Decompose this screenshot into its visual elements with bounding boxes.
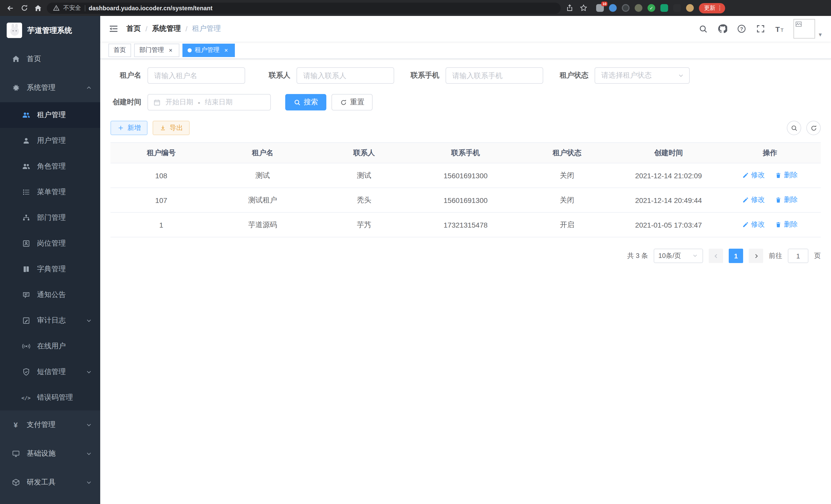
- security-label[interactable]: 不安全: [63, 4, 81, 12]
- home-icon[interactable]: [33, 3, 43, 13]
- next-page-button[interactable]: [749, 249, 763, 263]
- status-select[interactable]: 请选择租户状态: [595, 67, 690, 84]
- cell-created: 2021-12-14 21:02:09: [618, 163, 719, 188]
- date-range-picker[interactable]: 开始日期 - 结束日期: [147, 94, 271, 111]
- gear-icon: [11, 84, 20, 92]
- table-tools: [787, 121, 821, 135]
- tab-tenant[interactable]: 租户管理 ×: [182, 43, 235, 57]
- yen-icon: ¥: [11, 420, 20, 429]
- export-button[interactable]: 导出: [153, 121, 190, 135]
- page-size-select[interactable]: 10条/页: [654, 249, 703, 263]
- sidebar-item-devtools[interactable]: 研发工具: [0, 468, 100, 497]
- contact-input[interactable]: [296, 67, 394, 84]
- extension-icon[interactable]: ✓: [648, 4, 655, 12]
- browser-chrome: 不安全 dashboard.yudao.iocoder.cn/system/te…: [0, 0, 831, 16]
- col-tenant-id: 租户编号: [111, 143, 212, 163]
- delete-button[interactable]: 删除: [775, 220, 798, 229]
- extension-icon[interactable]: [609, 4, 617, 12]
- add-button[interactable]: 新增: [111, 121, 147, 135]
- delete-button[interactable]: 删除: [775, 196, 798, 205]
- omnibox-divider: [85, 5, 85, 11]
- sidebar-item-notice[interactable]: 通知公告: [0, 282, 100, 308]
- back-icon[interactable]: [5, 3, 16, 13]
- logo-image: [7, 23, 22, 38]
- share-icon[interactable]: [564, 3, 575, 13]
- sidebar-item-label: 用户管理: [37, 136, 66, 145]
- sidebar-item-system[interactable]: 系统管理: [0, 73, 100, 102]
- sidebar-item-role[interactable]: 角色管理: [0, 154, 100, 179]
- breadcrumb-home[interactable]: 首页: [126, 24, 141, 33]
- sidebar-item-error-code[interactable]: </> 错误码管理: [0, 385, 100, 411]
- reset-button[interactable]: 重置: [332, 94, 373, 111]
- reload-icon[interactable]: [19, 3, 29, 13]
- address-bar[interactable]: 不安全 dashboard.yudao.iocoder.cn/system/te…: [47, 2, 561, 13]
- sidebar-item-label: 研发工具: [27, 478, 56, 487]
- add-button-label: 新增: [127, 123, 141, 132]
- tenant-name-input[interactable]: [147, 67, 245, 84]
- header-search-icon[interactable]: [698, 24, 708, 34]
- url-text[interactable]: dashboard.yudao.iocoder.cn/system/tenant: [89, 5, 212, 11]
- cell-status: 关闭: [516, 188, 618, 212]
- fullscreen-icon[interactable]: [755, 24, 765, 34]
- font-size-icon[interactable]: TT: [774, 24, 784, 34]
- edit-square-icon: [22, 316, 30, 325]
- mobile-input[interactable]: [446, 67, 543, 84]
- extension-icon[interactable]: [686, 4, 694, 12]
- close-icon[interactable]: ×: [167, 47, 174, 54]
- browser-update-menu-button[interactable]: 更新 ⋮: [699, 3, 725, 13]
- sidebar-item-online-user[interactable]: 在线用户: [0, 333, 100, 359]
- breadcrumb-system[interactable]: 系统管理: [152, 24, 181, 33]
- extension-icon[interactable]: [635, 4, 642, 12]
- table-row: 1 芋道源码 芋艿 17321315478 开启 2021-01-05 17:0…: [111, 212, 821, 237]
- toggle-search-button[interactable]: [787, 121, 801, 135]
- svg-text:T: T: [781, 27, 784, 33]
- shield-icon: [22, 367, 30, 376]
- sidebar-item-payment[interactable]: ¥ 支付管理: [0, 411, 100, 439]
- app-logo[interactable]: 芋道管理系统: [0, 16, 100, 45]
- edit-button[interactable]: 修改: [742, 171, 765, 180]
- sidebar-item-dept[interactable]: 部门管理: [0, 205, 100, 231]
- bookmark-star-icon[interactable]: [578, 3, 589, 13]
- page-content: 租户名 联系人 联系手机 租户状态 请选择租户状态: [100, 59, 831, 504]
- extension-icon[interactable]: [673, 4, 681, 12]
- edit-button[interactable]: 修改: [742, 220, 765, 229]
- search-button[interactable]: 搜索: [285, 94, 326, 111]
- delete-button[interactable]: 删除: [775, 171, 798, 180]
- sidebar-item-tenant[interactable]: 租户管理: [0, 102, 100, 128]
- search-button-label: 搜索: [304, 98, 318, 107]
- sidebar-item-post[interactable]: 岗位管理: [0, 231, 100, 256]
- sidebar-item-menu[interactable]: 菜单管理: [0, 179, 100, 205]
- sidebar-item-home[interactable]: 首页: [0, 45, 100, 73]
- edit-button-label: 修改: [751, 196, 765, 205]
- extension-icon[interactable]: [622, 4, 630, 12]
- sidebar-item-label: 通知公告: [37, 290, 66, 299]
- goto-page-input[interactable]: [788, 249, 808, 263]
- sidebar-item-label: 系统管理: [27, 83, 56, 92]
- page-number-1[interactable]: 1: [729, 249, 743, 263]
- caret-down-icon: ▼: [818, 32, 823, 38]
- refresh-table-button[interactable]: [806, 121, 821, 135]
- sidebar-item-sms[interactable]: 短信管理: [0, 359, 100, 385]
- breadcrumb-separator: /: [185, 25, 188, 33]
- close-icon[interactable]: ×: [223, 47, 230, 54]
- pencil-icon: [742, 221, 749, 228]
- tab-home[interactable]: 首页: [109, 43, 131, 57]
- sidebar-toggle-icon[interactable]: [109, 24, 119, 34]
- navbar-actions: ? TT ▼: [698, 19, 823, 38]
- sidebar-item-dict[interactable]: 字典管理: [0, 256, 100, 282]
- edit-button[interactable]: 修改: [742, 196, 765, 205]
- refresh-icon: [340, 99, 347, 106]
- github-icon[interactable]: [717, 24, 727, 34]
- filter-create-time: 创建时间 开始日期 - 结束日期: [111, 94, 271, 111]
- prev-page-button[interactable]: [709, 249, 723, 263]
- tab-dept[interactable]: 部门管理 ×: [134, 43, 179, 57]
- table-row: 107 测试租户 秃头 15601691300 关闭 2021-12-14 20…: [111, 188, 821, 212]
- sidebar-item-user[interactable]: 用户管理: [0, 128, 100, 154]
- extension-icon[interactable]: [660, 4, 668, 12]
- extension-icon[interactable]: 10: [596, 4, 604, 12]
- breadcrumb: 首页 / 系统管理 / 租户管理: [126, 24, 221, 33]
- sidebar-item-infra[interactable]: 基础设施: [0, 439, 100, 468]
- user-avatar-menu[interactable]: ▼: [794, 19, 823, 38]
- help-icon[interactable]: ?: [737, 24, 746, 34]
- sidebar-item-audit-log[interactable]: 审计日志: [0, 308, 100, 333]
